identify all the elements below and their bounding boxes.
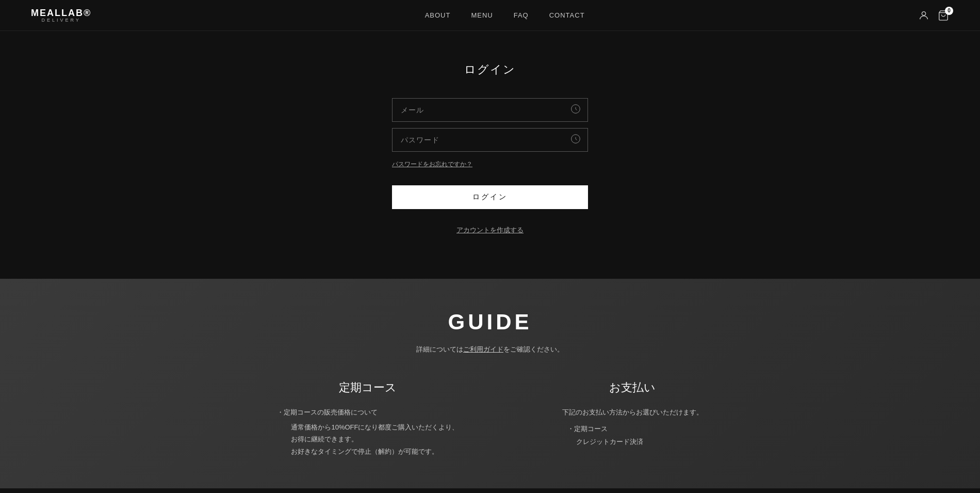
nav-faq[interactable]: FAQ [514,11,529,19]
guide-col2-title: お支払い [562,380,703,395]
password-icon [570,134,581,146]
account-icon-button[interactable] [918,10,929,21]
guide-col1-item3: お好きなタイミングで停止（解約）が可能です。 [277,446,459,457]
guide-col1-item2: お得に継続できます。 [277,433,459,445]
header: MEALLAB® DELIVERY ABOUT MENU FAQ CONTACT… [0,0,980,31]
email-icon [570,104,581,116]
guide-link[interactable]: ご利用ガイド [463,345,503,353]
guide-col1-title: 定期コース [277,380,459,395]
forgot-password-link[interactable]: パスワードをお忘れですか？ [392,160,588,169]
cart-badge: 0 [945,7,953,15]
create-account-link[interactable]: アカウントを作成する [392,226,588,235]
guide-col2-text: 下記のお支払い方法からお選びいただけます。 ・定期コース クレジットカード決済 [562,406,703,448]
guide-section: GUIDE 詳細についてはご利用ガイドをご確認ください。 定期コース ・定期コー… [0,279,980,488]
guide-subtitle-prefix: 詳細については [416,345,463,353]
login-section: ログイン パスワードをお忘れですか？ ログイン アカウントを作成する [0,31,980,279]
guide-columns: 定期コース ・定期コースの販売価格について 通常価格から10%OFFになり都度ご… [41,380,939,457]
guide-subtitle: 詳細についてはご利用ガイドをご確認ください。 [41,345,939,354]
nav-menu[interactable]: MENU [471,11,493,19]
guide-col-subscription: 定期コース ・定期コースの販売価格について 通常価格から10%OFFになり都度ご… [277,380,459,457]
main-nav: ABOUT MENU FAQ CONTACT [425,11,585,19]
svg-point-0 [922,11,925,15]
nav-about[interactable]: ABOUT [425,11,451,19]
logo[interactable]: MEALLAB® DELIVERY [31,8,91,23]
login-button[interactable]: ログイン [392,185,588,209]
guide-col1-item1: 通常価格から10%OFFになり都度ご購入いただくより、 [277,421,459,433]
nav-contact[interactable]: CONTACT [549,11,585,19]
password-input[interactable] [392,128,588,152]
logo-sub: DELIVERY [41,18,80,23]
guide-col2-item3: クレジットカード決済 [562,436,703,448]
user-icon [918,10,929,21]
guide-col2-item2: ・定期コース [562,422,703,436]
password-wrapper [392,128,588,152]
logo-text: MEALLAB® [31,8,91,19]
guide-title: GUIDE [41,310,939,335]
cart-icon-button[interactable]: 0 [938,10,949,21]
guide-col1-item0: ・定期コースの販売価格について [277,406,459,419]
guide-col2-item0: 下記のお支払い方法からお選びいただけます。 [562,406,703,419]
guide-subtitle-suffix: をご確認ください。 [503,345,564,353]
email-wrapper [392,98,588,122]
guide-col1-text: ・定期コースの販売価格について 通常価格から10%OFFになり都度ご購入いただく… [277,406,459,457]
guide-col-payment: お支払い 下記のお支払い方法からお選びいただけます。 ・定期コース クレジットカ… [562,380,703,457]
login-form: パスワードをお忘れですか？ ログイン アカウントを作成する [392,98,588,235]
email-input[interactable] [392,98,588,122]
login-title: ログイン [464,62,516,77]
nav-icons: 0 [918,10,949,21]
